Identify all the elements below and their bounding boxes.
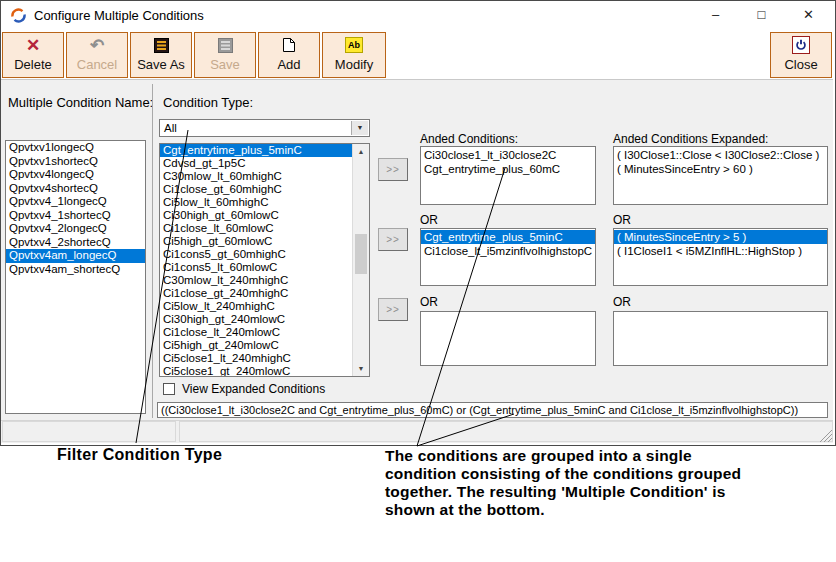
condition-list-item[interactable]: Ci5high_gt_60mlowC [160, 235, 353, 248]
condition-list-item[interactable]: Ci30high_gt_60mlowC [160, 209, 353, 222]
anded-group-3[interactable] [420, 311, 596, 366]
anded-expanded-group-2[interactable]: ( MinutesSinceEntry > 5 )( I1CloseI1 < i… [613, 228, 828, 286]
condition-list-item[interactable]: Ci5high_gt_240mlowC [160, 339, 353, 352]
condition-list-item[interactable]: Ci5low_lt_240mhighC [160, 300, 353, 313]
condition-type-dropdown[interactable]: All ▼ [159, 119, 370, 137]
resize-grip[interactable] [820, 430, 832, 442]
anded-expanded-item[interactable]: ( I1CloseI1 < i5MZInflHL::HighStop ) [614, 244, 827, 258]
anded-conditions-label: Anded Conditions: [420, 132, 518, 146]
condition-list[interactable]: Cgt_entrytime_plus_5minCCdvsd_gt_1p5CC30… [159, 143, 370, 377]
multiple-condition-list-item[interactable]: Qpvtxv4_2shortecQ [6, 236, 145, 250]
condition-list-scrollbar[interactable]: ▲ ▼ [352, 144, 369, 376]
condition-type-value: All [164, 122, 177, 134]
save-label: Save [195, 57, 255, 73]
close-window-button[interactable]: ✕ [786, 1, 831, 29]
transfer-button-2[interactable]: >> [378, 228, 408, 251]
condition-list-item[interactable]: Cdvsd_gt_1p5C [160, 157, 353, 170]
anded-condition-item[interactable]: Ci1close_lt_i5mzinflvolhighstopC [421, 244, 595, 258]
anded-condition-item[interactable]: Cgt_entrytime_plus_5minC [421, 230, 595, 244]
multiple-condition-list[interactable]: Qpvtxv1longecQQpvtxv1shortecQQpvtxv4long… [5, 140, 146, 414]
chevron-down-icon: ▼ [357, 124, 364, 131]
multiple-condition-list-item[interactable]: Qpvtxv4_1shortecQ [6, 209, 145, 223]
anded-condition-item[interactable]: Cgt_entrytime_plus_60mC [421, 162, 595, 176]
status-pane-right [179, 421, 833, 442]
condition-list-item[interactable]: C30mlow_lt_240mhighC [160, 274, 353, 287]
view-expanded-checkbox[interactable] [163, 383, 175, 395]
annotation-grouping-note: The conditions are grouped into a single… [385, 447, 741, 519]
save-button[interactable]: Save [194, 32, 256, 78]
multiple-condition-list-item[interactable]: Qpvtxv4longecQ [6, 168, 145, 182]
anded-expanded-item[interactable]: ( I30Close1::Close < I30Close2::Close ) [614, 148, 827, 162]
multiple-condition-name-label: Multiple Condition Name: [8, 95, 153, 110]
annotation-note-line: condition consisting of the conditions g… [385, 465, 741, 483]
floppy-disk-icon [154, 38, 169, 53]
scrollbar-thumb[interactable] [355, 234, 367, 274]
multiple-condition-list-item[interactable]: Qpvtxv4shortecQ [6, 182, 145, 196]
or-expanded-label-1: OR [613, 213, 631, 227]
condition-list-item[interactable]: Ci1close_lt_240mlowC [160, 326, 353, 339]
annotation-note-line: The conditions are grouped into a single [385, 447, 741, 465]
view-expanded-label: View Expanded Conditions [182, 382, 325, 396]
anded-group-1[interactable]: Ci30close1_lt_i30close2CCgt_entrytime_pl… [420, 146, 596, 205]
new-page-icon [282, 37, 296, 53]
condition-list-item[interactable]: Ci5close1_gt_240mlowC [160, 365, 353, 377]
condition-list-item[interactable]: Cgt_entrytime_plus_5minC [160, 144, 353, 157]
app-logo-icon [10, 7, 27, 24]
delete-x-icon: ✕ [26, 37, 40, 54]
anded-expanded-item[interactable]: ( MinutesSinceEntry > 5 ) [614, 230, 827, 244]
delete-button[interactable]: ✕ Delete [2, 32, 64, 78]
anded-expanded-item[interactable]: ( MinutesSinceEntry > 60 ) [614, 162, 827, 176]
scroll-up-icon[interactable]: ▲ [353, 144, 369, 159]
add-button[interactable]: Add [258, 32, 320, 78]
or-label-2: OR [420, 295, 438, 309]
condition-list-item[interactable]: Ci1close_lt_60mlowC [160, 222, 353, 235]
modify-button[interactable]: Ab Modify [322, 32, 386, 78]
condition-type-label: Condition Type: [163, 95, 253, 110]
multiple-condition-list-item[interactable]: Qpvtxv4am_shortecQ [6, 263, 145, 277]
power-icon [792, 36, 810, 54]
add-label: Add [259, 57, 319, 73]
anded-expanded-group-1[interactable]: ( I30Close1::Close < I30Close2::Close )(… [613, 146, 828, 205]
modify-ab-icon: Ab [345, 37, 363, 53]
modify-label: Modify [323, 57, 385, 73]
anded-expanded-label: Anded Conditions Expanded: [613, 132, 768, 146]
or-label-1: OR [420, 213, 438, 227]
annotation-note-line: together. The resulting 'Multiple Condit… [385, 483, 741, 501]
multiple-condition-list-item[interactable]: Qpvtxv4_2longecQ [6, 222, 145, 236]
condition-list-item[interactable]: Ci1cons5_lt_60mlowC [160, 261, 353, 274]
condition-list-item[interactable]: Ci30high_gt_240mlowC [160, 313, 353, 326]
status-pane-left [2, 421, 176, 442]
transfer-button-3[interactable]: >> [378, 298, 408, 321]
save-as-button[interactable]: Save As [130, 32, 192, 78]
multiple-condition-list-item[interactable]: Qpvtxv1shortecQ [6, 155, 145, 169]
transfer-button-1[interactable]: >> [378, 158, 408, 181]
window-title: Configure Multiple Conditions [34, 8, 204, 23]
scroll-down-icon[interactable]: ▼ [353, 361, 369, 376]
condition-list-item[interactable]: Ci1close_gt_240mhighC [160, 287, 353, 300]
minimize-icon: – [712, 7, 719, 22]
delete-label: Delete [3, 57, 63, 73]
annotation-note-line: shown at the bottom. [385, 501, 741, 519]
condition-list-item[interactable]: C30mlow_lt_60mhighC [160, 170, 353, 183]
close-button[interactable]: Close [770, 32, 832, 78]
panel-divider [152, 84, 153, 418]
result-formula: ((Ci30close1_lt_i30close2C and Cgt_entry… [157, 402, 828, 418]
multiple-condition-list-item[interactable]: Qpvtxv4_1longecQ [6, 195, 145, 209]
or-expanded-label-2: OR [613, 295, 631, 309]
anded-group-2[interactable]: Cgt_entrytime_plus_5minCCi1close_lt_i5mz… [420, 228, 596, 286]
condition-list-item[interactable]: Ci5close1_lt_240mhighC [160, 352, 353, 365]
anded-expanded-group-3[interactable] [613, 311, 828, 366]
floppy-disk-gray-icon [218, 38, 233, 53]
multiple-condition-list-item[interactable]: Qpvtxv4am_longecQ [6, 249, 145, 263]
minimize-button[interactable]: – [693, 1, 738, 29]
annotation-filter-condition-type: Filter Condition Type [57, 446, 222, 464]
close-label: Close [771, 57, 831, 73]
multiple-condition-list-item[interactable]: Qpvtxv1longecQ [6, 141, 145, 155]
anded-condition-item[interactable]: Ci30close1_lt_i30close2C [421, 148, 595, 162]
condition-list-item[interactable]: Ci5low_lt_60mhighC [160, 196, 353, 209]
maximize-button[interactable]: □ [739, 1, 784, 29]
cancel-button[interactable]: ↶ Cancel [66, 32, 128, 78]
condition-list-item[interactable]: Ci1cons5_gt_60mhighC [160, 248, 353, 261]
dropdown-button[interactable]: ▼ [351, 121, 368, 135]
condition-list-item[interactable]: Ci1close_gt_60mhighC [160, 183, 353, 196]
